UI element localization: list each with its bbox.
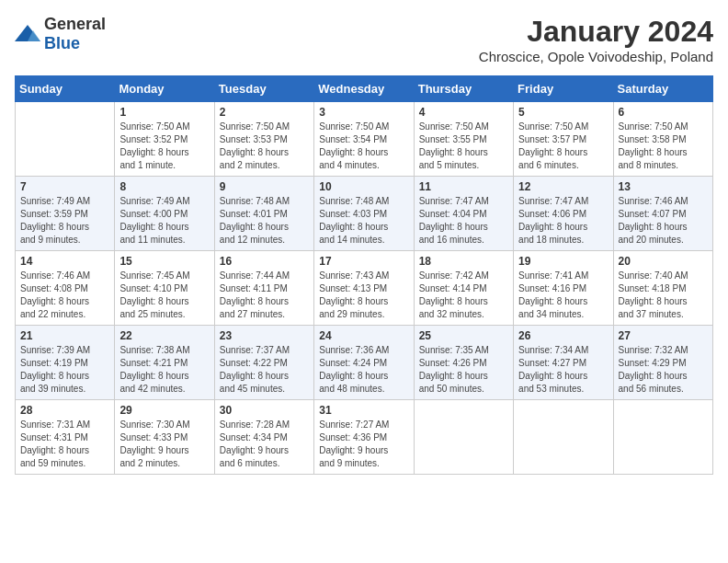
day-info: Sunrise: 7:34 AM Sunset: 4:27 PM Dayligh… — [518, 344, 608, 396]
header-sunday: Sunday — [16, 76, 115, 102]
calendar-cell: 24Sunrise: 7:36 AM Sunset: 4:24 PM Dayli… — [314, 326, 414, 400]
calendar-cell: 21Sunrise: 7:39 AM Sunset: 4:19 PM Dayli… — [16, 326, 115, 400]
logo-icon — [15, 23, 40, 45]
day-number: 18 — [419, 255, 508, 268]
day-number: 20 — [619, 255, 708, 268]
calendar-cell: 10Sunrise: 7:48 AM Sunset: 4:03 PM Dayli… — [314, 177, 414, 251]
day-info: Sunrise: 7:28 AM Sunset: 4:34 PM Dayligh… — [220, 419, 309, 470]
calendar-cell: 17Sunrise: 7:43 AM Sunset: 4:13 PM Dayli… — [314, 251, 414, 326]
day-info: Sunrise: 7:50 AM Sunset: 3:55 PM Dayligh… — [419, 121, 508, 172]
calendar-cell: 9Sunrise: 7:48 AM Sunset: 4:01 PM Daylig… — [214, 177, 313, 251]
calendar-cell: 26Sunrise: 7:34 AM Sunset: 4:27 PM Dayli… — [514, 326, 613, 400]
day-number: 16 — [220, 255, 309, 268]
day-number: 2 — [220, 106, 309, 119]
calendar-cell: 5Sunrise: 7:50 AM Sunset: 3:57 PM Daylig… — [514, 102, 613, 177]
day-number: 25 — [419, 329, 508, 342]
day-info: Sunrise: 7:49 AM Sunset: 3:59 PM Dayligh… — [20, 195, 109, 247]
calendar-cell: 3Sunrise: 7:50 AM Sunset: 3:54 PM Daylig… — [314, 102, 414, 177]
day-number: 12 — [518, 180, 608, 193]
day-number: 21 — [20, 329, 109, 342]
day-number: 9 — [220, 180, 309, 193]
day-info: Sunrise: 7:47 AM Sunset: 4:04 PM Dayligh… — [419, 195, 508, 247]
day-info: Sunrise: 7:27 AM Sunset: 4:36 PM Dayligh… — [319, 419, 408, 470]
day-number: 7 — [20, 180, 109, 193]
calendar-cell: 16Sunrise: 7:44 AM Sunset: 4:11 PM Dayli… — [214, 251, 313, 326]
day-info: Sunrise: 7:32 AM Sunset: 4:29 PM Dayligh… — [619, 344, 708, 396]
day-number: 17 — [319, 255, 408, 268]
day-number: 11 — [419, 180, 508, 193]
calendar-title: January 2024 — [479, 15, 713, 49]
calendar-cell: 31Sunrise: 7:27 AM Sunset: 4:36 PM Dayli… — [314, 400, 414, 475]
calendar-cell: 30Sunrise: 7:28 AM Sunset: 4:34 PM Dayli… — [214, 400, 313, 475]
header-friday: Friday — [514, 76, 613, 102]
week-row-1: 1Sunrise: 7:50 AM Sunset: 3:52 PM Daylig… — [16, 102, 713, 177]
day-info: Sunrise: 7:50 AM Sunset: 3:58 PM Dayligh… — [619, 121, 708, 172]
day-number: 8 — [119, 180, 209, 193]
calendar-cell — [16, 102, 115, 177]
calendar-cell: 18Sunrise: 7:42 AM Sunset: 4:14 PM Dayli… — [414, 251, 513, 326]
day-number: 30 — [220, 404, 309, 417]
day-number: 5 — [518, 106, 608, 119]
calendar-subtitle: Chroscice, Opole Voivodeship, Poland — [479, 49, 713, 64]
day-number: 10 — [319, 180, 408, 193]
page-header: General Blue January 2024 Chroscice, Opo… — [15, 15, 713, 64]
day-info: Sunrise: 7:50 AM Sunset: 3:57 PM Dayligh… — [518, 121, 608, 172]
day-info: Sunrise: 7:46 AM Sunset: 4:07 PM Dayligh… — [619, 195, 708, 247]
day-info: Sunrise: 7:43 AM Sunset: 4:13 PM Dayligh… — [319, 270, 408, 321]
calendar-cell: 2Sunrise: 7:50 AM Sunset: 3:53 PM Daylig… — [214, 102, 313, 177]
day-number: 15 — [119, 255, 209, 268]
day-number: 3 — [319, 106, 408, 119]
calendar-cell: 25Sunrise: 7:35 AM Sunset: 4:26 PM Dayli… — [414, 326, 513, 400]
calendar-cell: 4Sunrise: 7:50 AM Sunset: 3:55 PM Daylig… — [414, 102, 513, 177]
day-number: 27 — [619, 329, 708, 342]
title-section: January 2024 Chroscice, Opole Voivodeshi… — [479, 15, 713, 64]
calendar-cell: 11Sunrise: 7:47 AM Sunset: 4:04 PM Dayli… — [414, 177, 513, 251]
day-info: Sunrise: 7:48 AM Sunset: 4:01 PM Dayligh… — [220, 195, 309, 247]
calendar-cell: 7Sunrise: 7:49 AM Sunset: 3:59 PM Daylig… — [16, 177, 115, 251]
header-tuesday: Tuesday — [214, 76, 313, 102]
header-monday: Monday — [115, 76, 214, 102]
header-wednesday: Wednesday — [314, 76, 414, 102]
day-number: 31 — [319, 404, 408, 417]
calendar-cell: 27Sunrise: 7:32 AM Sunset: 4:29 PM Dayli… — [613, 326, 712, 400]
calendar-cell — [414, 400, 513, 475]
calendar-cell: 23Sunrise: 7:37 AM Sunset: 4:22 PM Dayli… — [214, 326, 313, 400]
day-info: Sunrise: 7:45 AM Sunset: 4:10 PM Dayligh… — [119, 270, 209, 321]
calendar-cell: 14Sunrise: 7:46 AM Sunset: 4:08 PM Dayli… — [16, 251, 115, 326]
day-number: 22 — [119, 329, 209, 342]
day-info: Sunrise: 7:31 AM Sunset: 4:31 PM Dayligh… — [20, 419, 109, 470]
day-info: Sunrise: 7:48 AM Sunset: 4:03 PM Dayligh… — [319, 195, 408, 247]
day-info: Sunrise: 7:42 AM Sunset: 4:14 PM Dayligh… — [419, 270, 508, 321]
day-number: 13 — [619, 180, 708, 193]
day-number: 24 — [319, 329, 408, 342]
day-info: Sunrise: 7:30 AM Sunset: 4:33 PM Dayligh… — [119, 419, 209, 470]
calendar-cell: 22Sunrise: 7:38 AM Sunset: 4:21 PM Dayli… — [115, 326, 214, 400]
day-info: Sunrise: 7:50 AM Sunset: 3:54 PM Dayligh… — [319, 121, 408, 172]
day-number: 28 — [20, 404, 109, 417]
calendar-cell: 28Sunrise: 7:31 AM Sunset: 4:31 PM Dayli… — [16, 400, 115, 475]
day-info: Sunrise: 7:40 AM Sunset: 4:18 PM Dayligh… — [619, 270, 708, 321]
day-info: Sunrise: 7:38 AM Sunset: 4:21 PM Dayligh… — [119, 344, 209, 396]
day-info: Sunrise: 7:47 AM Sunset: 4:06 PM Dayligh… — [518, 195, 608, 247]
week-row-2: 7Sunrise: 7:49 AM Sunset: 3:59 PM Daylig… — [16, 177, 713, 251]
week-row-4: 21Sunrise: 7:39 AM Sunset: 4:19 PM Dayli… — [16, 326, 713, 400]
day-number: 29 — [119, 404, 209, 417]
calendar-cell: 6Sunrise: 7:50 AM Sunset: 3:58 PM Daylig… — [613, 102, 712, 177]
day-number: 14 — [20, 255, 109, 268]
day-info: Sunrise: 7:39 AM Sunset: 4:19 PM Dayligh… — [20, 344, 109, 396]
day-number: 4 — [419, 106, 508, 119]
week-row-5: 28Sunrise: 7:31 AM Sunset: 4:31 PM Dayli… — [16, 400, 713, 475]
calendar-table: Sunday Monday Tuesday Wednesday Thursday… — [15, 75, 713, 475]
day-number: 26 — [518, 329, 608, 342]
calendar-cell: 1Sunrise: 7:50 AM Sunset: 3:52 PM Daylig… — [115, 102, 214, 177]
day-info: Sunrise: 7:50 AM Sunset: 3:52 PM Dayligh… — [119, 121, 209, 172]
day-info: Sunrise: 7:35 AM Sunset: 4:26 PM Dayligh… — [419, 344, 508, 396]
logo: General Blue — [15, 15, 106, 53]
calendar-cell: 20Sunrise: 7:40 AM Sunset: 4:18 PM Dayli… — [613, 251, 712, 326]
header-row: Sunday Monday Tuesday Wednesday Thursday… — [16, 76, 713, 102]
day-info: Sunrise: 7:37 AM Sunset: 4:22 PM Dayligh… — [220, 344, 309, 396]
day-number: 19 — [518, 255, 608, 268]
calendar-cell: 15Sunrise: 7:45 AM Sunset: 4:10 PM Dayli… — [115, 251, 214, 326]
day-info: Sunrise: 7:41 AM Sunset: 4:16 PM Dayligh… — [518, 270, 608, 321]
header-saturday: Saturday — [613, 76, 712, 102]
